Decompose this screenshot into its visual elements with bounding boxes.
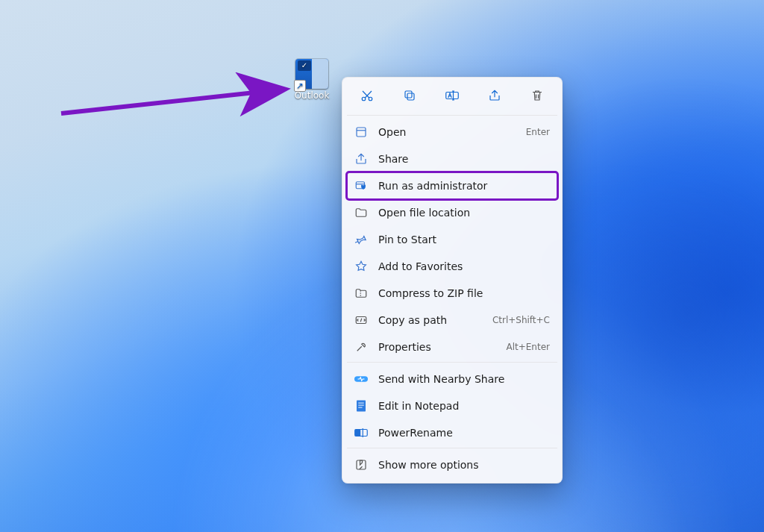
- folder-icon: [354, 206, 368, 219]
- menu-item-label: Open: [378, 126, 516, 138]
- context-menu-toolbar: [347, 82, 557, 113]
- cut-button[interactable]: [350, 84, 384, 107]
- menu-item-label: Show more options: [378, 459, 550, 471]
- zip-icon: [354, 287, 368, 300]
- menu-item-label: Copy as path: [378, 314, 482, 326]
- svg-rect-11: [358, 403, 364, 404]
- menu-item-label: Run as administrator: [378, 180, 550, 192]
- menu-item-label: Add to Favorites: [378, 260, 550, 272]
- context-menu: Open Enter Share Run as administrator Op…: [342, 77, 563, 484]
- svg-rect-4: [405, 91, 412, 98]
- menu-item-label: Pin to Start: [378, 234, 550, 245]
- menu-item-properties[interactable]: Properties Alt+Enter: [347, 334, 557, 360]
- menu-item-shortcut: Enter: [526, 127, 550, 137]
- menu-item-label: Properties: [378, 341, 495, 353]
- svg-rect-5: [446, 93, 459, 99]
- svg-rect-3: [407, 93, 414, 100]
- wrench-icon: [354, 340, 368, 354]
- copy-button[interactable]: [392, 84, 427, 107]
- svg-rect-15: [355, 430, 361, 436]
- menu-item-copy-as-path[interactable]: Copy as path Ctrl+Shift+C: [347, 307, 557, 334]
- menu-item-compress-to-zip[interactable]: Compress to ZIP file: [347, 280, 557, 307]
- svg-point-2: [369, 97, 372, 101]
- menu-item-powerrename[interactable]: PowerRename: [347, 419, 557, 446]
- star-icon: [354, 260, 368, 273]
- menu-item-label: Open file location: [378, 207, 550, 219]
- delete-button[interactable]: [520, 84, 554, 107]
- menu-item-shortcut: Alt+Enter: [506, 342, 550, 352]
- shield-icon: [354, 179, 368, 193]
- share-button[interactable]: [478, 84, 512, 107]
- menu-separator: [347, 362, 557, 363]
- menu-separator: [347, 115, 557, 116]
- menu-item-edit-in-notepad[interactable]: Edit in Notepad: [347, 392, 557, 419]
- svg-rect-10: [357, 401, 366, 412]
- menu-item-share[interactable]: Share: [347, 145, 557, 172]
- menu-item-run-as-administrator[interactable]: Run as administrator: [347, 172, 557, 199]
- shortcut-label: Outlook: [289, 90, 334, 101]
- shortcut-arrow-icon: ↗: [294, 80, 306, 92]
- svg-rect-12: [358, 405, 364, 406]
- open-icon: [354, 125, 368, 139]
- notepad-icon: [354, 399, 368, 413]
- menu-item-pin-to-start[interactable]: Pin to Start: [347, 226, 557, 253]
- menu-item-show-more-options[interactable]: Show more options: [347, 451, 557, 478]
- rename-button[interactable]: [435, 84, 469, 107]
- copypath-icon: [354, 313, 368, 327]
- menu-item-open-file-location[interactable]: Open file location: [347, 199, 557, 226]
- menu-item-label: Send with Nearby Share: [378, 373, 550, 385]
- menu-item-label: PowerRename: [378, 427, 550, 439]
- svg-point-1: [362, 97, 366, 101]
- menu-item-add-to-favorites[interactable]: Add to Favorites: [347, 253, 557, 280]
- more-icon: [354, 458, 368, 472]
- menu-separator: [347, 448, 557, 448]
- pin-icon: [354, 233, 368, 246]
- menu-item-label: Share: [378, 153, 550, 165]
- menu-item-label: Edit in Notepad: [378, 400, 550, 412]
- svg-rect-6: [357, 128, 366, 137]
- rename2-icon: [354, 426, 368, 439]
- menu-item-label: Compress to ZIP file: [378, 287, 550, 299]
- desktop-shortcut-outlook[interactable]: ↗ Outlook: [289, 59, 334, 101]
- menu-item-send-nearby-share[interactable]: Send with Nearby Share: [347, 366, 557, 392]
- menu-item-open[interactable]: Open Enter: [347, 119, 557, 145]
- share-icon: [354, 152, 368, 166]
- menu-item-shortcut: Ctrl+Shift+C: [492, 315, 550, 325]
- nearby-icon: [354, 372, 368, 386]
- svg-rect-13: [358, 407, 362, 408]
